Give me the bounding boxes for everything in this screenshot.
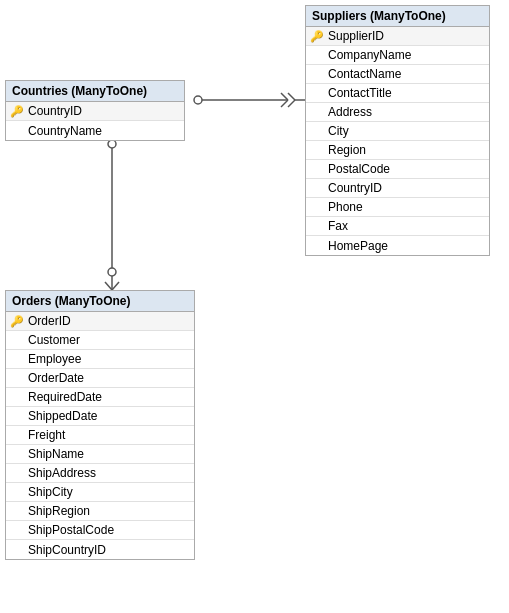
field-name-postalcode: PostalCode — [328, 162, 390, 176]
field-contacttitle: ContactTitle — [306, 84, 489, 103]
svg-point-2 — [108, 268, 116, 276]
field-shipcity: ShipCity — [6, 483, 194, 502]
field-name-homepage: HomePage — [328, 239, 388, 253]
field-name-shipaddress: ShipAddress — [28, 466, 96, 480]
orders-header: Orders (ManyToOne) — [6, 291, 194, 312]
countries-header: Countries (ManyToOne) — [6, 81, 184, 102]
pk-icon-orderid: 🔑 — [10, 315, 24, 328]
field-name-region: Region — [328, 143, 366, 157]
field-postalcode: PostalCode — [306, 160, 489, 179]
countries-title: Countries (ManyToOne) — [12, 84, 147, 98]
field-name-orderid: OrderID — [28, 314, 71, 328]
field-shipregion: ShipRegion — [6, 502, 194, 521]
field-name-shipregion: ShipRegion — [28, 504, 90, 518]
field-name-fax: Fax — [328, 219, 348, 233]
field-name-shippostalcode: ShipPostalCode — [28, 523, 114, 537]
field-contactname: ContactName — [306, 65, 489, 84]
suppliers-table: Suppliers (ManyToOne) 🔑 SupplierID Compa… — [305, 5, 490, 256]
pk-icon-countryid: 🔑 — [10, 105, 24, 118]
field-countryname: CountryName — [6, 121, 184, 140]
field-city: City — [306, 122, 489, 141]
pk-icon-supplierid: 🔑 — [310, 30, 324, 43]
field-name-customer: Customer — [28, 333, 80, 347]
field-name-countryid-sup: CountryID — [328, 181, 382, 195]
diagram-canvas: Suppliers (ManyToOne) 🔑 SupplierID Compa… — [0, 0, 509, 613]
field-shippostalcode: ShipPostalCode — [6, 521, 194, 540]
field-name-countryname: CountryName — [28, 124, 102, 138]
svg-line-8 — [288, 93, 295, 100]
field-region: Region — [306, 141, 489, 160]
field-shipcountryid: ShipCountryID — [6, 540, 194, 559]
field-shipname: ShipName — [6, 445, 194, 464]
svg-line-11 — [281, 100, 288, 107]
field-name-requireddate: RequiredDate — [28, 390, 102, 404]
field-name-freight: Freight — [28, 428, 65, 442]
svg-point-6 — [194, 96, 202, 104]
field-name-employee: Employee — [28, 352, 81, 366]
field-countryid-sup: CountryID — [306, 179, 489, 198]
orders-table: Orders (ManyToOne) 🔑 OrderID Customer Em… — [5, 290, 195, 560]
orders-title: Orders (ManyToOne) — [12, 294, 130, 308]
field-companyname: CompanyName — [306, 46, 489, 65]
field-homepage: HomePage — [306, 236, 489, 255]
field-name-shipname: ShipName — [28, 447, 84, 461]
suppliers-header: Suppliers (ManyToOne) — [306, 6, 489, 27]
field-orderid: 🔑 OrderID — [6, 312, 194, 331]
field-name-countryid: CountryID — [28, 104, 82, 118]
svg-line-9 — [288, 100, 295, 107]
field-shipaddress: ShipAddress — [6, 464, 194, 483]
svg-point-0 — [108, 140, 116, 148]
field-employee: Employee — [6, 350, 194, 369]
field-fax: Fax — [306, 217, 489, 236]
field-name-phone: Phone — [328, 200, 363, 214]
field-supplierid: 🔑 SupplierID — [306, 27, 489, 46]
field-freight: Freight — [6, 426, 194, 445]
field-phone: Phone — [306, 198, 489, 217]
svg-line-4 — [105, 282, 112, 290]
suppliers-title: Suppliers (ManyToOne) — [312, 9, 446, 23]
svg-line-5 — [112, 282, 119, 290]
field-name-shipcity: ShipCity — [28, 485, 73, 499]
field-countryid: 🔑 CountryID — [6, 102, 184, 121]
field-name-contacttitle: ContactTitle — [328, 86, 392, 100]
field-name-supplierid: SupplierID — [328, 29, 384, 43]
field-orderdate: OrderDate — [6, 369, 194, 388]
countries-table: Countries (ManyToOne) 🔑 CountryID Countr… — [5, 80, 185, 141]
field-name-shippeddate: ShippedDate — [28, 409, 97, 423]
field-name-address: Address — [328, 105, 372, 119]
field-name-contactname: ContactName — [328, 67, 401, 81]
field-address: Address — [306, 103, 489, 122]
field-name-city: City — [328, 124, 349, 138]
svg-line-10 — [281, 93, 288, 100]
field-customer: Customer — [6, 331, 194, 350]
field-shippeddate: ShippedDate — [6, 407, 194, 426]
field-name-orderdate: OrderDate — [28, 371, 84, 385]
field-name-shipcountryid: ShipCountryID — [28, 543, 106, 557]
field-name-companyname: CompanyName — [328, 48, 411, 62]
field-requireddate: RequiredDate — [6, 388, 194, 407]
